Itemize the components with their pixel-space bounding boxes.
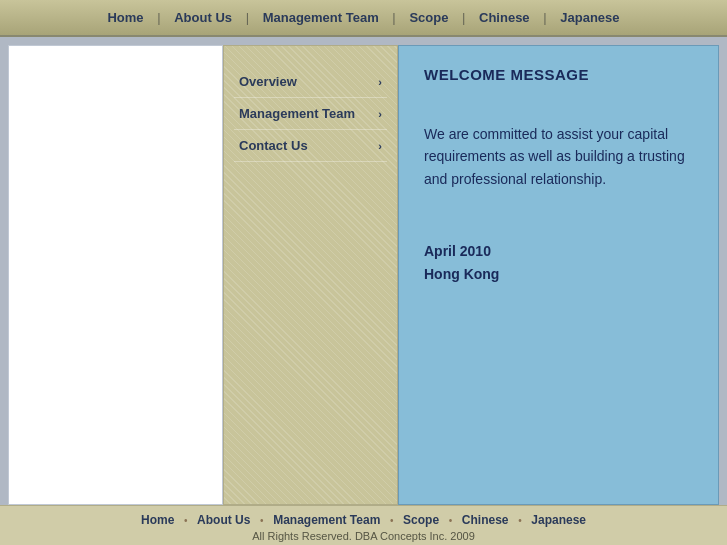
top-navigation: Home | About Us | Management Team | Scop… <box>0 0 727 37</box>
footer-sep-2: • <box>260 515 264 526</box>
nav-sep-4: | <box>462 10 465 25</box>
copyright-text: All Rights Reserved. DBA Concepts Inc. 2… <box>0 530 727 542</box>
footer-sep-4: • <box>449 515 453 526</box>
footer-sep-5: • <box>518 515 522 526</box>
nav-japanese[interactable]: Japanese <box>550 10 629 25</box>
main-content: Overview › Management Team › Contact Us … <box>8 45 719 505</box>
sidebar-management-arrow: › <box>378 108 382 120</box>
nav-sep-1: | <box>157 10 160 25</box>
sidebar-overview-label: Overview <box>239 74 297 89</box>
nav-home[interactable]: Home <box>97 10 153 25</box>
sidebar-contact-label: Contact Us <box>239 138 308 153</box>
sidebar-contact-arrow: › <box>378 140 382 152</box>
nav-about-us[interactable]: About Us <box>164 10 242 25</box>
sidebar-menu: Overview › Management Team › Contact Us … <box>223 45 398 505</box>
footer-sep-3: • <box>390 515 394 526</box>
nav-sep-3: | <box>392 10 395 25</box>
nav-management-team[interactable]: Management Team <box>253 10 389 25</box>
date-text: April 2010 <box>424 240 693 262</box>
sidebar-item-overview[interactable]: Overview › <box>234 66 387 98</box>
footer-navigation: Home • About Us • Management Team • Scop… <box>0 512 727 527</box>
left-panel <box>8 45 223 505</box>
content-panel: WELCOME MESSAGE We are committed to assi… <box>398 45 719 505</box>
footer-nav-chinese[interactable]: Chinese <box>456 513 515 527</box>
footer: Home • About Us • Management Team • Scop… <box>0 505 727 545</box>
nav-sep-2: | <box>246 10 249 25</box>
footer-nav-about-us[interactable]: About Us <box>191 513 256 527</box>
nav-chinese[interactable]: Chinese <box>469 10 540 25</box>
footer-nav-management-team[interactable]: Management Team <box>267 513 386 527</box>
sidebar-item-management-team[interactable]: Management Team › <box>234 98 387 130</box>
sidebar-item-contact-us[interactable]: Contact Us › <box>234 130 387 162</box>
footer-sep-1: • <box>184 515 188 526</box>
sidebar-management-label: Management Team <box>239 106 355 121</box>
location-text: Hong Kong <box>424 263 693 285</box>
welcome-title: WELCOME MESSAGE <box>424 66 693 83</box>
footer-nav-scope[interactable]: Scope <box>397 513 445 527</box>
footer-nav-home[interactable]: Home <box>135 513 180 527</box>
nav-sep-5: | <box>543 10 546 25</box>
sidebar-overview-arrow: › <box>378 76 382 88</box>
nav-scope[interactable]: Scope <box>399 10 458 25</box>
welcome-body: We are committed to assist your capital … <box>424 123 693 190</box>
footer-nav-japanese[interactable]: Japanese <box>525 513 592 527</box>
date-location: April 2010 Hong Kong <box>424 240 693 285</box>
